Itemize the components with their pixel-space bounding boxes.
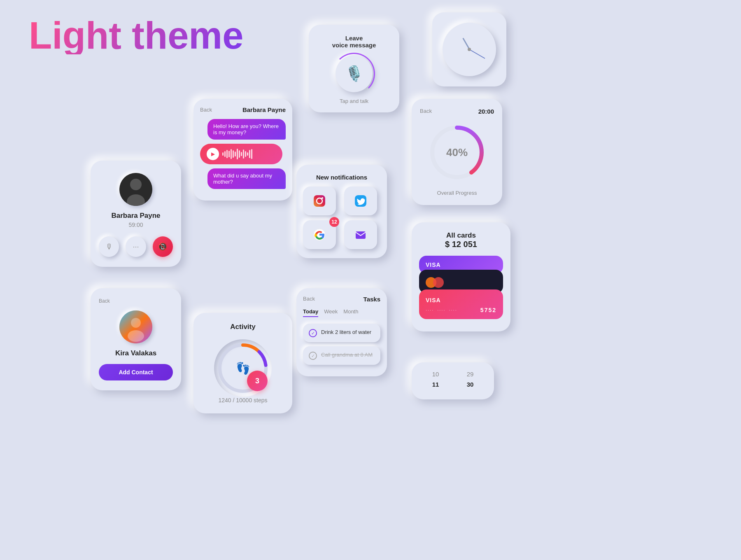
card-dots: ···· xyxy=(437,308,445,313)
all-cards-card: All cards $ 12 051 VISA VISA ···· ···· ·… xyxy=(412,222,510,331)
tasks-title: Tasks xyxy=(364,296,380,303)
voice-message-card: Leave voice message 🎙️ Tap and talk xyxy=(309,25,399,112)
chat-card: Back Barbara Payne Hello! How are you? W… xyxy=(193,99,292,201)
caller-avatar xyxy=(119,173,152,206)
calendar-row: 11 30 xyxy=(418,381,487,388)
chat-bubble-1: Hello! How are you? Where is my money? xyxy=(207,119,286,140)
progress-header: Back 20:00 xyxy=(420,108,494,115)
mic-ring xyxy=(333,53,375,95)
tasks-back-button[interactable]: Back xyxy=(303,296,315,303)
svg-point-1 xyxy=(130,179,142,190)
task-checkbox[interactable]: ✓ xyxy=(309,329,317,337)
task-item: ✓ Drink 2 liters of water xyxy=(303,324,380,342)
calendar-cell: 30 xyxy=(464,381,476,388)
visa-label: VISA xyxy=(426,261,496,268)
keypad-button[interactable]: ··· xyxy=(126,236,146,257)
progress-back-button[interactable]: Back xyxy=(420,108,432,115)
google-notification[interactable]: 12 xyxy=(303,220,336,249)
activity-card: Activity 👣 1240 / 10000 steps xyxy=(193,313,292,413)
payment-card-visa-red[interactable]: VISA ···· ···· ···· 5752 xyxy=(419,289,503,319)
tab-week[interactable]: Week xyxy=(324,308,338,317)
notifications-card: New notifications xyxy=(296,165,387,258)
svg-point-5 xyxy=(128,330,144,342)
tasks-card: Back Tasks Today Week Month ✓ Drink 2 li… xyxy=(296,288,387,376)
voice-card-title: Leave voice message xyxy=(317,35,391,49)
call-timer: 59:00 xyxy=(99,222,173,228)
page-title: Light theme xyxy=(29,16,243,54)
notifications-title: New notifications xyxy=(303,174,380,181)
bottom-notification-area: 3 xyxy=(247,371,268,391)
call-card: Barbara Payne 59:00 🎙 ··· 📵 xyxy=(91,161,181,267)
tap-talk-label: Tap and talk xyxy=(317,98,391,104)
kira-avatar xyxy=(119,310,152,343)
waveform xyxy=(222,149,276,159)
audio-bubble[interactable]: ▶ xyxy=(200,144,282,164)
tab-today[interactable]: Today xyxy=(303,308,318,317)
tasks-header: Back Tasks xyxy=(303,296,380,303)
mic-button[interactable]: 🎙️ xyxy=(336,55,373,92)
card-dots: ···· xyxy=(449,308,457,313)
progress-time: 20:00 xyxy=(478,108,494,115)
progress-card: Back 20:00 40% Overall Progress xyxy=(412,99,502,205)
notification-badge: 12 xyxy=(329,217,339,227)
svg-point-4 xyxy=(131,318,141,328)
calendar-row: 10 29 xyxy=(418,371,487,378)
progress-label: Overall Progress xyxy=(420,190,494,196)
caller-name: Barbara Payne xyxy=(99,212,173,220)
contact-name: Kira Valakas xyxy=(99,349,173,357)
calendar-cell: 29 xyxy=(464,371,476,378)
task-checkbox[interactable]: ✓ xyxy=(309,352,317,360)
chat-contact-name: Barbara Payne xyxy=(242,106,286,113)
calendar-cell: 11 xyxy=(430,381,441,388)
card-dots: ···· xyxy=(426,308,434,313)
calendar-card: 10 29 11 30 xyxy=(412,362,494,399)
clock-card xyxy=(432,12,506,86)
visa-label-red: VISA xyxy=(426,297,496,303)
clock-center xyxy=(468,48,471,51)
all-cards-amount: $ 12 051 xyxy=(419,240,503,249)
play-button[interactable]: ▶ xyxy=(207,148,219,160)
clock-face xyxy=(443,23,496,76)
progress-ring: 40% xyxy=(426,121,488,183)
svg-point-11 xyxy=(322,197,323,199)
task-item: ✓ Call grandma at 8 AM xyxy=(303,346,380,365)
svg-rect-9 xyxy=(314,195,325,207)
task-text: Call grandma at 8 AM xyxy=(321,351,373,359)
task-text: Drink 2 liters of water xyxy=(321,329,371,336)
chat-back-button[interactable]: Back xyxy=(200,107,212,113)
add-contact-button[interactable]: Add Contact xyxy=(99,364,173,380)
contact-card: Back Kira Valakas Add Contact xyxy=(91,288,181,390)
chat-bubble-2: What did u say about my mother? xyxy=(207,168,286,189)
card-number: 5752 xyxy=(480,307,496,313)
tasks-tabs: Today Week Month xyxy=(303,308,380,317)
progress-percent-text: 40% xyxy=(446,146,468,159)
contact-back-label[interactable]: Back xyxy=(99,298,173,304)
chat-header: Back Barbara Payne xyxy=(200,106,286,113)
calendar-cell: 10 xyxy=(430,371,441,378)
all-cards-title: All cards xyxy=(419,231,503,240)
tab-month[interactable]: Month xyxy=(343,308,358,317)
minute-hand xyxy=(469,49,485,59)
twitter-notification[interactable] xyxy=(344,187,377,215)
instagram-notification[interactable] xyxy=(303,187,336,215)
mail-notification[interactable] xyxy=(344,220,377,249)
bottom-badge[interactable]: 3 xyxy=(247,371,268,391)
notifications-grid: 12 xyxy=(303,187,380,249)
call-actions: 🎙 ··· 📵 xyxy=(99,236,173,257)
activity-title: Activity xyxy=(202,323,284,331)
end-call-button[interactable]: 📵 xyxy=(153,236,173,257)
mute-button[interactable]: 🎙 xyxy=(99,236,119,257)
activity-steps: 1240 / 10000 steps xyxy=(202,397,284,404)
